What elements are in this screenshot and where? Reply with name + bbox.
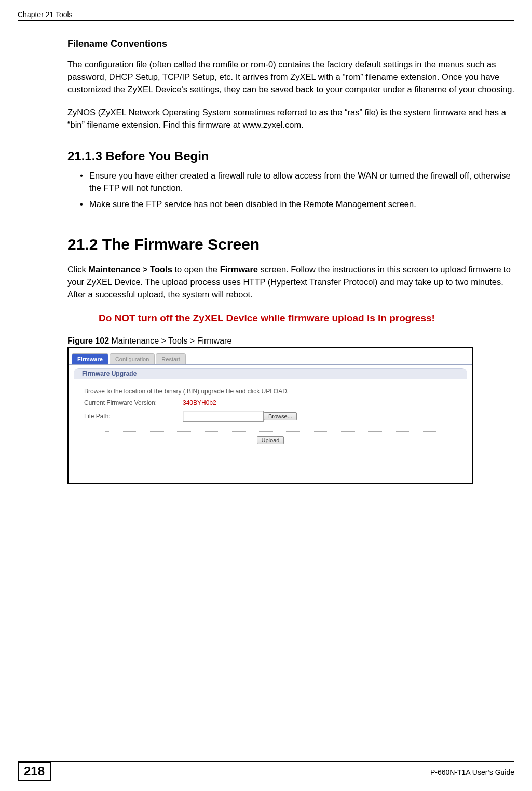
filename-conventions-para2: ZyNOS (ZyXEL Network Operating System so… — [67, 106, 514, 131]
current-version-value: 340BYH0b2 — [183, 399, 216, 406]
page-footer: 218 P-660N-T1A User’s Guide — [18, 761, 514, 781]
before-you-begin-list: Ensure you have either created a firewal… — [80, 170, 514, 211]
browse-button[interactable]: Browse... — [264, 412, 297, 420]
page-header: Chapter 21 Tools — [18, 10, 514, 21]
panel-title: Firmware Upgrade — [74, 368, 467, 379]
figure-caption: Figure 102 Maintenance > Tools > Firmwar… — [67, 336, 514, 346]
list-item: Make sure the FTP service has not been d… — [80, 198, 514, 211]
firmware-screenshot: Firmware Configuration Restart Firmware … — [67, 347, 473, 484]
file-path-input[interactable] — [183, 411, 264, 422]
filename-conventions-title: Filename Conventions — [67, 38, 514, 49]
current-version-label: Current Firmware Version: — [84, 399, 183, 406]
list-item: Ensure you have either created a firewal… — [80, 170, 514, 195]
upload-button[interactable]: Upload — [257, 436, 284, 444]
firmware-warning: Do NOT turn off the ZyXEL Device while f… — [99, 311, 514, 325]
before-you-begin-heading: 21.1.3 Before You Begin — [67, 149, 514, 163]
tab-restart[interactable]: Restart — [156, 353, 185, 364]
firmware-screen-intro: Click Maintenance > Tools to open the Fi… — [67, 264, 514, 301]
tab-firmware[interactable]: Firmware — [72, 353, 108, 364]
guide-name: P-660N-T1A User’s Guide — [430, 768, 514, 776]
chapter-label: Chapter 21 Tools — [18, 10, 73, 19]
file-path-label: File Path: — [84, 413, 183, 420]
tab-configuration[interactable]: Configuration — [110, 353, 155, 364]
upgrade-instruction: Browse to the location of the binary (.B… — [84, 388, 289, 395]
filename-conventions-para1: The configuration file (often called the… — [67, 59, 514, 96]
firmware-screen-heading: 21.2 The Firmware Screen — [67, 236, 514, 253]
page-number: 218 — [18, 762, 51, 781]
